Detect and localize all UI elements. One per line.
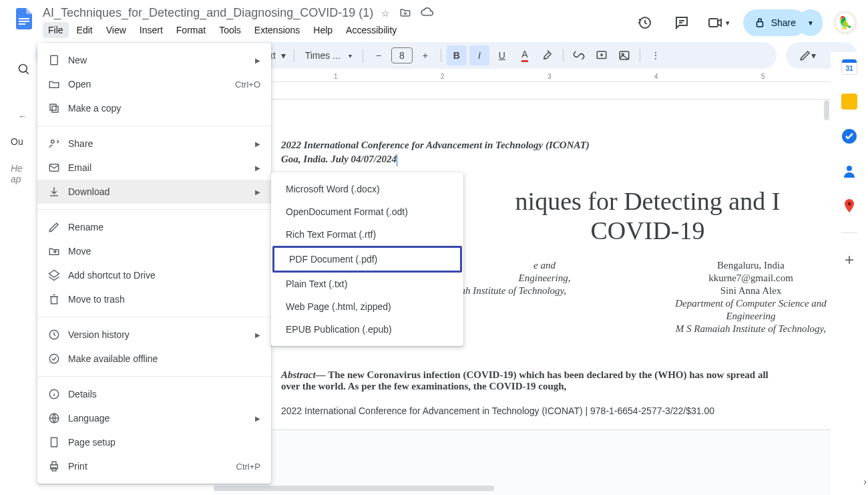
download-odt[interactable]: OpenDocument Format (.odt) [271, 200, 463, 223]
tasks-icon[interactable] [841, 128, 857, 144]
menu-file[interactable]: File [43, 22, 69, 38]
download-pdf[interactable]: PDF Document (.pdf) [272, 246, 462, 273]
back-button[interactable]: ← [11, 104, 35, 128]
menu-language[interactable]: Language▶ [37, 406, 271, 430]
keep-icon[interactable] [841, 94, 857, 110]
menu-share[interactable]: Share▶ [37, 132, 271, 156]
file-menu-dropdown: New▶ OpenCtrl+O Make a copy Share▶ Email… [37, 43, 271, 484]
svg-rect-2 [19, 23, 25, 25]
menu-download[interactable]: Download▶ [37, 180, 271, 204]
share-dropdown[interactable]: ▼ [799, 9, 823, 36]
history-icon[interactable] [631, 9, 658, 36]
font-size-decrease[interactable]: − [369, 45, 389, 65]
svg-rect-32 [51, 438, 57, 447]
underline-button[interactable]: U [492, 45, 512, 65]
font-size-increase[interactable]: + [415, 45, 435, 65]
author-column-2: Bengaluru, India kkurne7@gmail.com Sini … [661, 259, 841, 336]
add-comment-button[interactable] [592, 45, 612, 65]
expand-side-panel-icon[interactable]: › [863, 476, 867, 487]
calendar-icon[interactable]: 31 [841, 59, 857, 75]
svg-point-18 [847, 166, 852, 171]
account-avatar[interactable]: 🦜 [833, 11, 857, 35]
abstract: Abstract— The new Coronavirus infection … [281, 369, 787, 392]
conference-line: 2022 International Conference for Advanc… [281, 140, 787, 151]
contacts-icon[interactable] [841, 163, 857, 179]
comments-icon[interactable] [668, 9, 695, 36]
editing-mode-button[interactable]: ▾ [797, 45, 819, 65]
menu-email[interactable]: Email▶ [37, 156, 271, 180]
footer-line: 2022 International Conference for Advanc… [281, 405, 787, 416]
insert-link-button[interactable] [569, 45, 589, 65]
star-icon[interactable]: ☆ [381, 8, 390, 19]
menu-version-history[interactable]: Version history▶ [37, 323, 271, 347]
download-rtf[interactable]: Rich Text Format (.rtf) [271, 223, 463, 246]
download-docx[interactable]: Microsoft Word (.docx) [271, 178, 463, 200]
add-icon[interactable]: + [841, 252, 857, 268]
menu-page-setup[interactable]: Page setup [37, 430, 271, 454]
svg-point-19 [848, 202, 851, 206]
download-epub[interactable]: EPUB Publication (.epub) [271, 318, 463, 341]
italic-button[interactable]: I [469, 45, 489, 65]
menu-edit[interactable]: Edit [71, 22, 98, 38]
search-icon[interactable] [11, 56, 37, 83]
download-txt[interactable]: Plain Text (.txt) [271, 273, 463, 295]
svg-rect-22 [50, 104, 56, 110]
svg-point-27 [49, 354, 59, 363]
download-html[interactable]: Web Page (.html, zipped) [271, 295, 463, 318]
svg-rect-6 [709, 19, 718, 27]
maps-icon[interactable] [841, 198, 857, 214]
menu-view[interactable]: View [101, 22, 132, 38]
vertical-scrollbar[interactable] [824, 100, 829, 120]
share-button[interactable]: Share [743, 9, 807, 36]
highlight-button[interactable] [537, 45, 558, 65]
share-label: Share [771, 17, 796, 28]
menu-help[interactable]: Help [308, 22, 338, 38]
insert-image-button[interactable] [614, 45, 634, 65]
text-color-button[interactable]: A [515, 45, 535, 65]
svg-rect-0 [19, 18, 29, 19]
author-column-1: e and Engineering, M S Ramaiah Institute… [455, 259, 634, 336]
font-select[interactable]: Times ...▾ [300, 45, 357, 65]
menu-format[interactable]: Format [171, 22, 211, 38]
download-submenu: Microsoft Word (.docx) OpenDocument Form… [271, 172, 463, 346]
menu-move-trash[interactable]: Move to trash [37, 287, 271, 311]
font-size-input[interactable]: 8 [391, 47, 413, 63]
document-title[interactable]: AI_Techniques_for_Detecting_and_Diagnosi… [43, 6, 373, 20]
bold-button[interactable]: B [447, 45, 467, 65]
svg-rect-20 [51, 55, 58, 65]
svg-rect-7 [756, 22, 763, 27]
horizontal-scrollbar[interactable] [214, 486, 494, 491]
menu-add-shortcut[interactable]: Add shortcut to Drive [37, 263, 271, 287]
svg-rect-34 [52, 462, 56, 465]
menu-accessibility[interactable]: Accessibility [341, 22, 402, 38]
svg-rect-16 [848, 104, 851, 107]
location-line: Goa, India. July 04/07/2024 [281, 154, 787, 166]
ruler: 1 2 3 4 5 [227, 71, 833, 82]
menu-tools[interactable]: Tools [214, 22, 246, 38]
menu-print[interactable]: PrintCtrl+P [37, 454, 271, 478]
menu-open[interactable]: OpenCtrl+O [37, 72, 271, 96]
menu-details[interactable]: Details [37, 382, 271, 406]
menu-extensions[interactable]: Extensions [249, 22, 305, 38]
menu-bar: File Edit View Insert Format Tools Exten… [43, 21, 631, 42]
menu-make-copy[interactable]: Make a copy [37, 96, 271, 120]
svg-line-9 [26, 71, 29, 74]
side-panel: 31 + [831, 52, 868, 495]
move-icon[interactable] [399, 6, 411, 20]
menu-move[interactable]: Move [37, 239, 271, 263]
meet-icon[interactable]: ▼ [706, 9, 732, 36]
svg-point-23 [51, 140, 55, 144]
menu-offline[interactable]: Make available offline [37, 347, 271, 371]
svg-rect-1 [19, 21, 29, 22]
docs-logo[interactable] [11, 5, 37, 32]
svg-rect-21 [52, 106, 58, 112]
menu-new[interactable]: New▶ [37, 48, 271, 72]
svg-rect-25 [51, 297, 57, 304]
menu-rename[interactable]: Rename [37, 215, 271, 239]
svg-point-8 [19, 65, 27, 73]
cloud-icon[interactable] [421, 5, 434, 21]
svg-point-15 [845, 96, 853, 104]
paper-title: niques for Detecting and ICOVID-19 [455, 186, 841, 245]
more-button[interactable]: ⋮ [646, 45, 666, 65]
menu-insert[interactable]: Insert [134, 22, 168, 38]
